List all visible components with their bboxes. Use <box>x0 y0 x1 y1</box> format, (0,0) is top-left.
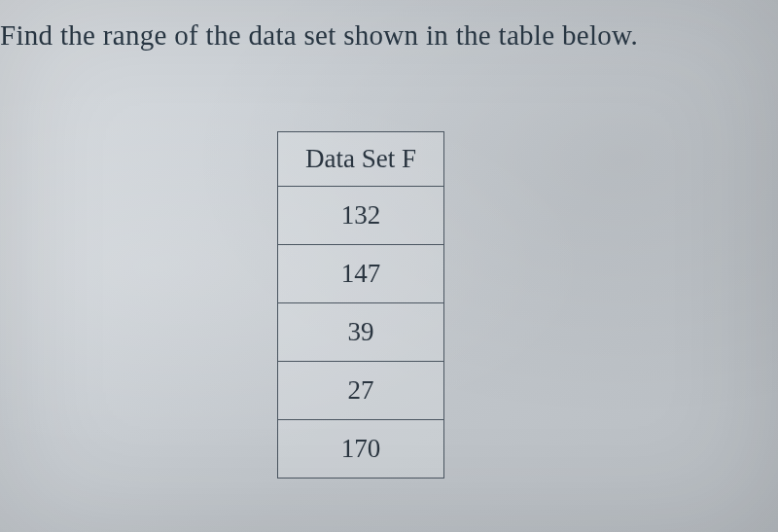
table-row: 27 <box>278 362 444 420</box>
table-row: 147 <box>278 245 444 303</box>
question-prompt: Find the range of the data set shown in … <box>0 19 638 52</box>
data-set-table: Data Set F 132 147 39 27 170 <box>277 131 444 479</box>
table-cell: 147 <box>278 245 444 303</box>
table-row: 132 <box>278 187 444 245</box>
table-row: 39 <box>278 303 444 362</box>
table-cell: 132 <box>278 187 444 245</box>
table-cell: 39 <box>278 303 444 362</box>
table-cell: 170 <box>278 420 444 479</box>
table-header: Data Set F <box>278 132 444 187</box>
table-cell: 27 <box>278 362 444 420</box>
table-row: 170 <box>278 420 444 479</box>
